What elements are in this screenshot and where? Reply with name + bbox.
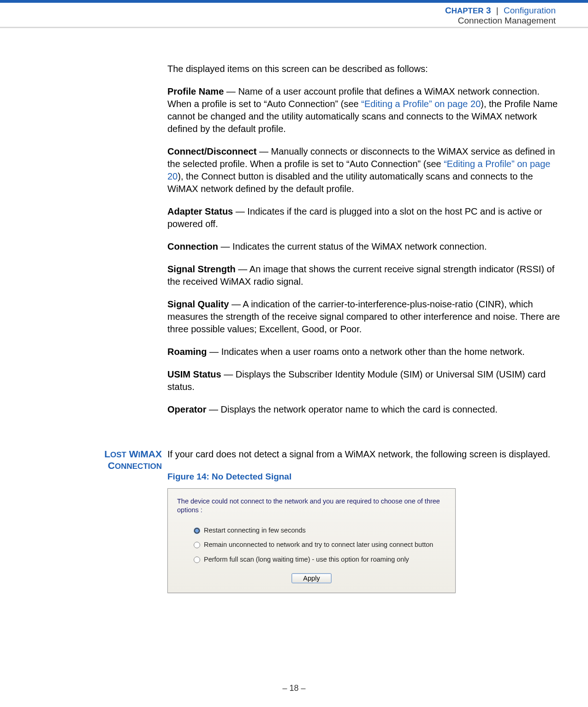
lost-connection-paragraph: If your card does not detect a signal fr… [167, 448, 560, 461]
page-number: – 18 – [0, 683, 588, 693]
heading-lost-wimax-connection: LOST WIMAX CONNECTION [62, 448, 167, 593]
radio-full-scan[interactable] [194, 557, 200, 563]
radio-restart-label: Restart connecting in few seconds [204, 526, 306, 535]
header-subsection: Connection Management [445, 16, 556, 26]
term-operator: Operator [167, 404, 206, 414]
term-adapter-status: Adapter Status [167, 206, 233, 216]
radio-full-scan-label: Perform full scan (long waiting time) - … [204, 555, 409, 564]
dialog-message: The device could not connect to the netw… [177, 497, 446, 515]
dialog-radio-group: Restart connecting in few seconds Remain… [177, 526, 446, 564]
item-signal-strength: Signal Strength — An image that shows th… [167, 263, 560, 288]
item-connect-disconnect: Connect/Disconnect — Manually connects o… [167, 145, 560, 195]
item-operator: Operator — Displays the network operator… [167, 403, 560, 416]
item-adapter-status: Adapter Status — Indicates if the card i… [167, 205, 560, 230]
page-header: CHAPTER 3 | Configuration Connection Man… [0, 3, 588, 27]
term-usim-status: USIM Status [167, 369, 221, 379]
radio-restart[interactable] [194, 527, 200, 534]
item-signal-quality: Signal Quality — A indication of the car… [167, 298, 560, 336]
term-roaming: Roaming [167, 347, 207, 357]
header-section: Configuration [504, 6, 556, 15]
apply-button[interactable]: Apply [291, 573, 331, 583]
link-editing-profile-1[interactable]: “Editing a Profile” on page 20 [361, 99, 481, 109]
term-signal-strength: Signal Strength [167, 264, 236, 274]
no-signal-dialog: The device could not connect to the netw… [167, 488, 456, 593]
figure-caption: Figure 14: No Detected Signal [167, 471, 560, 483]
item-connection: Connection — Indicates the current statu… [167, 240, 560, 253]
term-connect-disconnect: Connect/Disconnect [167, 146, 256, 156]
term-signal-quality: Signal Quality [167, 299, 229, 309]
radio-remain-unconnected[interactable] [194, 542, 200, 548]
header-underline [0, 27, 588, 28]
intro-paragraph: The displayed items on this screen can b… [167, 63, 560, 75]
header-separator: | [496, 6, 499, 15]
chapter-label: CHAPTER 3 [445, 6, 491, 15]
radio-remain-unconnected-label: Remain unconnected to network and try to… [204, 540, 433, 550]
item-roaming: Roaming — Indicates when a user roams on… [167, 346, 560, 358]
term-connection: Connection [167, 241, 218, 252]
term-profile-name: Profile Name [167, 86, 224, 96]
item-profile-name: Profile Name — Name of a user account pr… [167, 85, 560, 135]
item-usim-status: USIM Status — Displays the Subscriber Id… [167, 368, 560, 393]
body-text: The displayed items on this screen can b… [167, 63, 560, 426]
